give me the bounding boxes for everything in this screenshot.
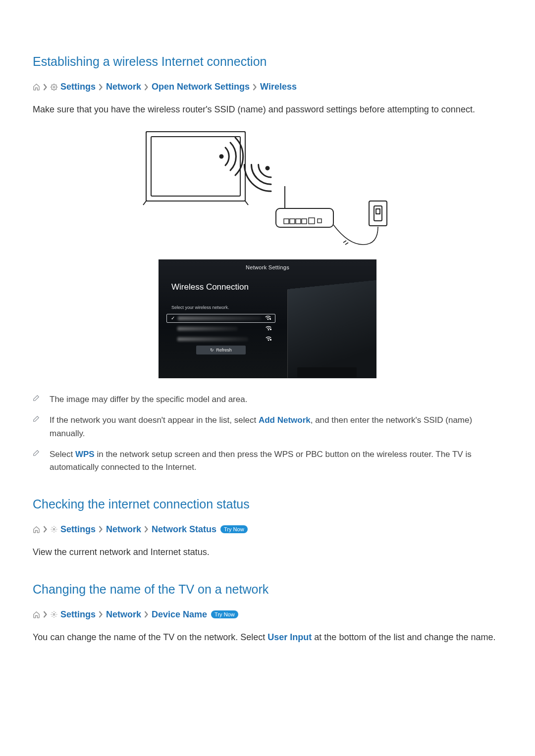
section-heading-wireless: Establishing a wireless Internet connect…: [33, 54, 502, 69]
breadcrumb-network[interactable]: Network: [106, 82, 141, 92]
breadcrumb-settings[interactable]: Settings: [60, 82, 96, 92]
breadcrumb-wireless: Settings Network Open Network Settings W…: [33, 82, 502, 92]
network-row[interactable]: [166, 324, 275, 333]
chevron-icon: [43, 84, 48, 91]
body-text-devicename: You can change the name of the TV on the…: [33, 631, 502, 645]
pencil-icon: [33, 450, 41, 474]
body-text-status: View the current network and Internet st…: [33, 546, 502, 559]
wireless-connection-heading: Wireless Connection: [171, 282, 270, 292]
chevron-icon: [99, 84, 103, 91]
wps-link[interactable]: WPS: [75, 450, 95, 459]
svg-point-22: [268, 340, 269, 341]
svg-line-5: [245, 201, 248, 205]
home-icon: [33, 611, 40, 618]
pencil-icon: [33, 415, 41, 440]
breadcrumb-wireless-item[interactable]: Wireless: [260, 82, 297, 92]
breadcrumb-status: Settings Network Network Status Try Now: [33, 524, 502, 535]
breadcrumb-open-network-settings[interactable]: Open Network Settings: [152, 82, 250, 92]
gear-icon: [51, 611, 57, 618]
svg-point-20: [268, 329, 269, 330]
note-text: The image may differ by the specific mod…: [50, 393, 502, 406]
wifi-lock-icon: [266, 336, 271, 342]
try-now-badge[interactable]: Try Now: [220, 525, 248, 533]
note-list: The image may differ by the specific mod…: [33, 393, 502, 474]
section-heading-status: Checking the internet connection status: [33, 497, 502, 511]
breadcrumb-network-status[interactable]: Network Status: [152, 524, 216, 535]
home-icon: [33, 83, 40, 91]
gear-icon: [51, 526, 57, 533]
svg-point-18: [268, 319, 268, 320]
breadcrumb-network[interactable]: Network: [106, 609, 141, 620]
chevron-icon: [99, 611, 103, 618]
chevron-icon: [144, 526, 149, 533]
svg-point-6: [220, 155, 223, 158]
connection-diagram: [33, 127, 502, 251]
chevron-icon: [144, 611, 149, 618]
select-network-hint: Select your wireless network.: [171, 305, 270, 310]
tv-stand-illustration: [297, 367, 357, 377]
note-text: If the network you want doesn't appear i…: [50, 414, 502, 440]
chevron-icon: [253, 84, 257, 91]
network-settings-screenshot: Network Settings Wireless Connection Sel…: [159, 259, 376, 378]
add-network-link[interactable]: Add Network: [259, 415, 311, 425]
svg-point-7: [266, 166, 269, 170]
note-text: Select WPS in the network setup screen a…: [50, 448, 502, 474]
breadcrumb-network[interactable]: Network: [106, 524, 141, 535]
wifi-lock-icon: [265, 315, 271, 321]
home-icon: [33, 526, 40, 533]
svg-point-25: [53, 613, 55, 615]
chevron-icon: [144, 84, 149, 91]
svg-rect-23: [270, 339, 271, 341]
breadcrumb-settings[interactable]: Settings: [60, 609, 96, 620]
refresh-button[interactable]: ↻ Refresh: [196, 346, 246, 354]
try-now-badge[interactable]: Try Now: [211, 610, 238, 618]
chevron-icon: [99, 526, 103, 533]
chevron-icon: [43, 611, 48, 618]
svg-rect-19: [269, 318, 271, 320]
breadcrumb-settings[interactable]: Settings: [60, 524, 96, 535]
breadcrumb-device-name[interactable]: Device Name: [152, 609, 207, 620]
tv-illustration: [287, 278, 376, 378]
network-row[interactable]: ✓: [166, 314, 275, 323]
check-icon: ✓: [171, 315, 178, 321]
gear-icon: [51, 84, 57, 91]
network-row[interactable]: [166, 335, 275, 344]
user-input-link[interactable]: User Input: [268, 632, 312, 642]
refresh-label: Refresh: [216, 348, 232, 353]
svg-point-24: [53, 528, 55, 530]
refresh-icon: ↻: [210, 348, 214, 353]
svg-line-4: [143, 201, 146, 205]
section-heading-devicename: Changing the name of the TV on a network: [33, 582, 502, 597]
chevron-icon: [43, 526, 48, 533]
svg-rect-21: [270, 329, 271, 330]
body-text-ssid: Make sure that you have the wireless rou…: [33, 103, 502, 117]
breadcrumb-devicename: Settings Network Device Name Try Now: [33, 609, 502, 620]
wifi-lock-icon: [266, 326, 271, 332]
screenshot-title: Network Settings: [159, 259, 376, 270]
pencil-icon: [33, 395, 41, 406]
svg-point-0: [53, 86, 55, 88]
